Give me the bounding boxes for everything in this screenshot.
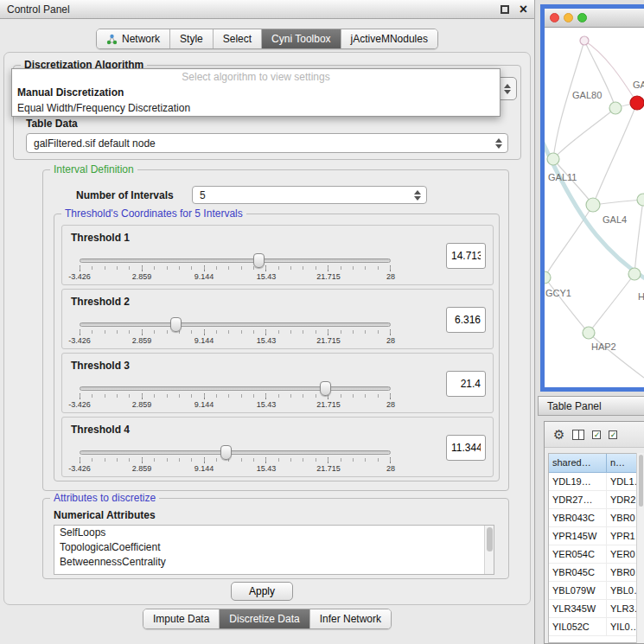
table-row[interactable]: YBL079WYBL0… [549,582,644,600]
table-panel-title: Table Panel [547,400,602,412]
algorithm-option-manual-discretization[interactable]: Manual Discretization [12,85,500,100]
threshold-2-slider-thumb[interactable] [170,317,182,332]
tick-label: 15.43 [257,272,277,281]
threshold-3-slider-thumb[interactable] [320,381,331,396]
tick-label: 28 [386,464,395,473]
table-row[interactable]: YBR043CYBR0… [549,509,644,527]
tab-discretize-data[interactable]: Discretize Data [219,609,309,628]
cyni-toolbox-panel: Discretization Algorithm Table Data galF… [3,52,531,605]
threshold-3-slider[interactable]: -3.426 2.859 9.144 15.43 21.715 28 [80,385,391,409]
table-data-label: Table Data [26,118,78,130]
threshold-2-slider[interactable]: -3.426 2.859 9.144 15.43 21.715 28 [80,321,391,345]
scrollbar-thumb[interactable] [487,527,493,552]
network-node[interactable] [586,198,600,212]
tab-cyni-toolbox[interactable]: Cyni Toolbox [261,29,340,48]
tab-label: Infer Network [320,613,381,625]
close-traffic-light-icon[interactable] [550,13,559,22]
attributes-scrollbar[interactable] [484,526,494,574]
threshold-1-slider-thumb[interactable] [253,253,265,268]
minimize-traffic-light-icon[interactable] [564,13,573,22]
table-row[interactable]: YER054CYER0… [549,545,644,564]
tab-jactivemnodules[interactable]: jActiveMNodules [341,29,437,48]
number-of-intervals-select[interactable]: 5 [192,186,427,204]
cell[interactable]: YDR27… [549,491,607,508]
node-label-hap2: HAP2 [591,341,616,352]
list-item[interactable]: SelfLoops [54,526,494,540]
table-row[interactable]: YDL19…YDL1… [549,473,644,491]
table-row[interactable]: YIL052CYIL0… [549,618,644,636]
table-data-select[interactable]: galFiltered.sif default node [26,133,508,153]
threshold-2-value-field[interactable] [446,307,486,333]
network-node[interactable] [609,102,622,114]
table-row[interactable]: YDR27…YDR2… [549,491,644,509]
columns-icon[interactable] [572,430,584,440]
slider-track[interactable] [80,322,391,327]
select-all-check-icon[interactable]: ✓ [592,430,601,439]
tab-style[interactable]: Style [169,29,213,48]
control-panel-titlebar: Control Panel × [0,0,534,19]
slider-track[interactable] [80,258,391,263]
threshold-4-value-field[interactable] [446,435,486,461]
tab-label: Style [180,33,203,45]
network-node[interactable] [547,153,559,165]
list-item[interactable]: BetweennessCentrality [54,555,494,570]
close-icon[interactable]: × [520,5,527,14]
tab-network[interactable]: Network [97,29,169,48]
network-node[interactable] [637,194,644,206]
cell[interactable]: YBR045C [549,564,607,581]
selected-network-node[interactable] [630,96,644,110]
table-row[interactable]: YBR045CYBR0… [549,564,644,582]
table-header-row: shared… n… [549,454,644,473]
cell[interactable]: YER054C [549,545,607,563]
threshold-4-label: Threshold 4 [71,424,130,436]
cell[interactable]: YDL19… [549,473,607,490]
threshold-4-slider-thumb[interactable] [220,445,232,460]
cell[interactable]: YBL079W [549,582,607,599]
tick-label: 9.144 [194,464,214,473]
stepper-icon [504,84,511,94]
threshold-3-value-field[interactable] [446,371,486,397]
tab-impute-data[interactable]: Impute Data [143,609,219,628]
network-node[interactable] [580,36,589,45]
float-window-icon[interactable] [501,5,509,14]
threshold-1-value-field[interactable] [446,243,486,269]
numerical-attributes-label: Numerical Attributes [54,509,156,521]
numerical-attributes-list[interactable]: SelfLoops TopologicalCoefficient Between… [54,525,494,575]
tab-label: Impute Data [153,613,209,625]
table-scrollbar[interactable] [636,453,644,643]
threshold-1-label: Threshold 1 [71,232,130,244]
network-node[interactable] [628,268,641,280]
slider-track[interactable] [80,386,391,391]
network-graph [545,28,644,387]
tick-label: 21.715 [316,464,341,473]
zoom-traffic-light-icon[interactable] [577,13,587,22]
list-item[interactable]: TopologicalCoefficient [54,540,494,555]
threshold-3-label: Threshold 3 [71,360,130,372]
table-row[interactable]: YLR345WYLR3… [549,600,644,618]
network-node[interactable] [545,271,551,284]
network-node[interactable] [583,327,595,339]
tab-infer-network[interactable]: Infer Network [309,609,391,628]
select-visible-check-icon[interactable]: ✓ [609,430,617,439]
algorithm-option-equal-width-frequency[interactable]: Equal Width/Frequency Discretization [12,100,500,116]
column-header-shared[interactable]: shared… [549,454,607,473]
cell[interactable]: YLR345W [549,600,607,617]
gear-icon[interactable]: ⚙ [553,428,564,441]
cell[interactable]: YPR145W [549,527,607,545]
apply-button[interactable]: Apply [231,582,293,601]
threshold-1-slider[interactable]: -3.426 2.859 9.144 15.43 21.715 28 [80,257,391,281]
number-of-intervals-label: Number of Intervals [76,189,174,201]
threshold-2-panel: Threshold 2 -3.426 2.859 9.144 15.43 21.… [61,289,494,349]
threshold-4-slider[interactable]: -3.426 2.859 9.144 15.43 21.715 28 [80,449,391,473]
scrollbar-thumb[interactable] [639,455,643,507]
cell[interactable]: YBR043C [549,509,607,526]
tick-label: 15.43 [257,336,277,345]
threshold-2-label: Threshold 2 [71,296,130,308]
tick-label: 9.144 [194,336,214,345]
slider-track[interactable] [80,450,391,455]
attributes-to-discretize-group: Attributes to discretize Numerical Attri… [42,498,509,579]
tab-select[interactable]: Select [213,29,261,48]
table-row[interactable]: YPR145WYPR1… [549,527,644,545]
network-canvas[interactable]: GAL80 GA GAL11 GAL4 GCY1 H HAP2 [545,28,644,387]
cell[interactable]: YIL052C [549,618,607,635]
